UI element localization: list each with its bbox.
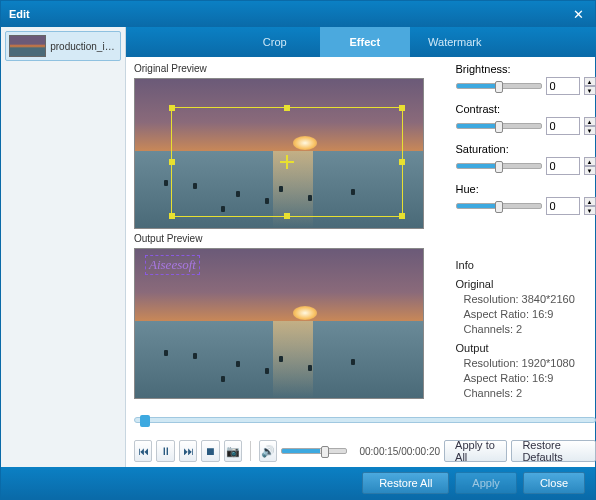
center-cross-icon xyxy=(280,155,294,169)
info-output-aspect: Aspect Ratio: 16:9 xyxy=(456,372,596,384)
info-output-title: Output xyxy=(456,342,596,354)
tab-watermark[interactable]: Watermark xyxy=(410,27,500,57)
info-original-channels: Channels: 2 xyxy=(456,323,596,335)
output-preview-label: Output Preview xyxy=(134,233,446,244)
apply-button[interactable]: Apply xyxy=(455,472,517,494)
volume-icon[interactable]: 🔊 xyxy=(259,440,277,462)
crop-rectangle[interactable] xyxy=(171,107,403,217)
info-original-resolution: Resolution: 3840*2160 xyxy=(456,293,596,305)
original-preview-label: Original Preview xyxy=(134,63,446,74)
brightness-slider[interactable] xyxy=(456,83,542,89)
hue-label: Hue: xyxy=(456,183,596,195)
close-icon[interactable]: ✕ xyxy=(569,5,587,23)
brightness-up[interactable]: ▲ xyxy=(584,77,596,86)
pause-button[interactable]: ⏸ xyxy=(156,440,174,462)
titlebar: Edit ✕ xyxy=(1,1,595,27)
saturation-up[interactable]: ▲ xyxy=(584,157,596,166)
output-preview: Aiseesoft xyxy=(134,248,424,399)
contrast-up[interactable]: ▲ xyxy=(584,117,596,126)
sidebar-item-clip[interactable]: production_id... xyxy=(5,31,121,61)
tab-effect[interactable]: Effect xyxy=(320,27,410,57)
volume-slider[interactable] xyxy=(281,448,347,454)
original-preview[interactable] xyxy=(134,78,424,229)
edit-window: Edit ✕ production_id... Crop Effect Wate… xyxy=(0,0,596,500)
saturation-value[interactable]: 0 xyxy=(546,157,580,175)
time-display: 00:00:15/00:00:20 xyxy=(359,446,440,457)
stop-button[interactable]: ⏹ xyxy=(201,440,219,462)
hue-down[interactable]: ▼ xyxy=(584,206,596,215)
watermark-overlay: Aiseesoft xyxy=(145,255,200,275)
contrast-group: Contrast: 0 ▲▼ xyxy=(456,103,596,135)
next-button[interactable]: ⏭ xyxy=(179,440,197,462)
info-original-title: Original xyxy=(456,278,596,290)
contrast-label: Contrast: xyxy=(456,103,596,115)
brightness-value[interactable]: 0 xyxy=(546,77,580,95)
hue-value[interactable]: 0 xyxy=(546,197,580,215)
brightness-down[interactable]: ▼ xyxy=(584,86,596,95)
tab-crop[interactable]: Crop xyxy=(230,27,320,57)
tabs: Crop Effect Watermark xyxy=(126,27,596,57)
brightness-group: Brightness: 0 ▲▼ xyxy=(456,63,596,95)
apply-to-all-button[interactable]: Apply to All xyxy=(444,440,507,462)
prev-button[interactable]: ⏮ xyxy=(134,440,152,462)
close-button[interactable]: Close xyxy=(523,472,585,494)
contrast-slider[interactable] xyxy=(456,123,542,129)
saturation-label: Saturation: xyxy=(456,143,596,155)
restore-defaults-button[interactable]: Restore Defaults xyxy=(511,440,595,462)
saturation-down[interactable]: ▼ xyxy=(584,166,596,175)
sidebar: production_id... xyxy=(1,27,126,467)
saturation-group: Saturation: 0 ▲▼ xyxy=(456,143,596,175)
contrast-down[interactable]: ▼ xyxy=(584,126,596,135)
hue-up[interactable]: ▲ xyxy=(584,197,596,206)
hue-group: Hue: 0 ▲▼ xyxy=(456,183,596,215)
restore-all-button[interactable]: Restore All xyxy=(362,472,449,494)
clip-name: production_id... xyxy=(50,41,117,52)
info-output-resolution: Resolution: 1920*1080 xyxy=(456,357,596,369)
info-output-channels: Channels: 2 xyxy=(456,387,596,399)
hue-slider[interactable] xyxy=(456,203,542,209)
footer: Restore All Apply Close xyxy=(1,467,595,499)
info-header: Info xyxy=(456,259,596,271)
brightness-label: Brightness: xyxy=(456,63,596,75)
progress-bar[interactable] xyxy=(134,417,596,423)
snapshot-button[interactable]: 📷 xyxy=(224,440,242,462)
clip-thumbnail xyxy=(9,35,46,57)
saturation-slider[interactable] xyxy=(456,163,542,169)
window-title: Edit xyxy=(9,8,569,20)
info-original-aspect: Aspect Ratio: 16:9 xyxy=(456,308,596,320)
contrast-value[interactable]: 0 xyxy=(546,117,580,135)
info-panel: Info Original Resolution: 3840*2160 Aspe… xyxy=(456,255,596,399)
